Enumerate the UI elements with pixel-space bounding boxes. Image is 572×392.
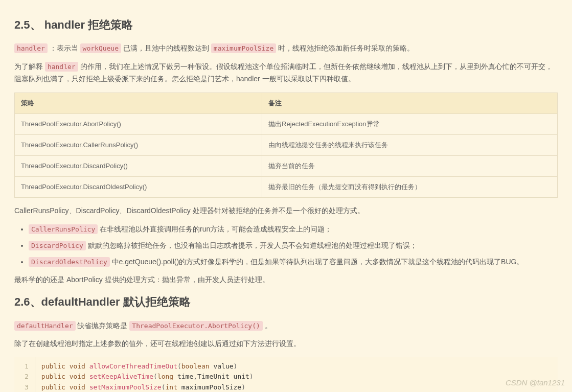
cell: 抛弃当前的任务 — [262, 156, 558, 177]
kw: void — [70, 383, 85, 391]
var: value — [213, 362, 233, 370]
code-discardoldest: DiscardOldestPolicy — [29, 257, 110, 267]
list-item: DiscardPolicy 默默的忽略掉被拒绝任务，也没有输出日志或者提示，开发… — [29, 240, 558, 252]
text: 中e.getQueue().poll()的方式好像是科学的，但是如果等待队列出现… — [110, 258, 524, 266]
code-block: 1 2 3 4 5 6 public void allowCoreThreadT… — [14, 357, 558, 392]
text: 。 — [263, 321, 272, 330]
kw: public — [41, 373, 65, 380]
cell: ThreadPoolExecutor.AbortPolicy() — [15, 113, 262, 134]
code-callerruns: CallerRunsPolicy — [29, 224, 98, 234]
list-item: DiscardOldestPolicy 中e.getQueue().poll()… — [29, 256, 558, 268]
code-line: public void setKeepAliveTime(long time,T… — [41, 372, 333, 382]
var: TimeUnit unit — [197, 373, 249, 380]
var: time — [177, 373, 193, 380]
var: maximumPoolSize — [181, 383, 241, 391]
code-handler: handler — [14, 43, 48, 53]
code-line: public void setMaximumPoolSize(int maxim… — [41, 382, 333, 393]
text: ：表示当 — [48, 44, 80, 52]
text: 时，线程池拒绝添加新任务时采取的策略。 — [276, 44, 414, 52]
setter-note: 除了在创建线程池时指定上述参数的值外，还可在线程池创建以后通过如下方法进行设置。 — [14, 338, 558, 350]
th-policy: 策略 — [15, 93, 262, 113]
table-row: ThreadPoolExecutor.CallerRunsPolicy()由向线… — [15, 134, 558, 155]
abort-note: 最科学的的还是 AbortPolicy 提供的处理方式：抛出异常，由开发人员进行… — [14, 274, 558, 286]
kw: public — [41, 362, 65, 370]
policy-note: CallerRunsPolicy、DiscardPolicy、DiscardOl… — [14, 205, 558, 217]
code-handler: handler — [45, 62, 78, 72]
line-number: 2 — [24, 372, 30, 382]
table-row: ThreadPoolExecutor.DiscardPolicy()抛弃当前的任… — [15, 156, 558, 177]
section-2-5-heading: 2.5、 handler 拒绝策略 — [14, 15, 558, 34]
line-number: 1 — [24, 361, 30, 372]
kw: void — [70, 373, 85, 380]
cell: ThreadPoolExecutor.DiscardPolicy() — [15, 156, 262, 177]
text: 的作用，我们在上述情况下做另一种假设。假设线程池这个单位招满临时工，但新任务依然… — [14, 62, 553, 83]
policy-table: 策略 备注 ThreadPoolExecutor.AbortPolicy()抛出… — [14, 93, 558, 198]
kw: boolean — [181, 362, 210, 370]
kw: void — [70, 362, 85, 370]
text: 在非线程池以外直接调用任务的run方法，可能会造成线程安全上的问题； — [98, 225, 332, 233]
fn: allowCoreThreadTimeOut — [89, 362, 177, 370]
section-2-6-heading: 2.6、defaultHandler 默认拒绝策略 — [14, 292, 558, 311]
line-number: 3 — [24, 382, 30, 393]
text: 默默的忽略掉被拒绝任务，也没有输出日志或者提示，开发人员不会知道线程池的处理过程… — [86, 241, 417, 249]
text: 缺省抛弃策略是 — [76, 321, 130, 330]
code-maxpoolsize: maximumPoolSize — [211, 43, 276, 53]
code-abortpolicy: ThreadPoolExecutor.AbortPolicy() — [129, 321, 262, 331]
code-defaulthandler: defaultHandler — [14, 321, 76, 331]
th-remark: 备注 — [262, 93, 558, 113]
fn: setMaximumPoolSize — [89, 383, 162, 391]
cell: 由向线程池提交任务的线程来执行该任务 — [262, 134, 558, 155]
policy-bullets: CallerRunsPolicy 在非线程池以外直接调用任务的run方法，可能会… — [29, 223, 558, 268]
code-workqueue: workQueue — [80, 43, 121, 53]
kw: int — [165, 383, 177, 391]
kw: long — [157, 373, 173, 380]
default-handler-para: defaultHandler 缺省抛弃策略是 ThreadPoolExecuto… — [14, 320, 558, 332]
code-discard: DiscardPolicy — [29, 241, 86, 250]
text: 为了解释 — [14, 62, 45, 71]
fn: setKeepAliveTime — [89, 373, 153, 380]
code-line: public void allowCoreThreadTimeOut(boole… — [41, 361, 333, 372]
kw: public — [41, 383, 65, 391]
text: 已满，且池中的线程数达到 — [121, 44, 211, 52]
cell: ThreadPoolExecutor.CallerRunsPolicy() — [15, 134, 262, 155]
line-gutter: 1 2 3 4 5 6 — [14, 357, 35, 392]
table-row: ThreadPoolExecutor.DiscardOldestPolicy()… — [15, 177, 558, 198]
list-item: CallerRunsPolicy 在非线程池以外直接调用任务的run方法，可能会… — [29, 223, 558, 236]
cell: 抛弃最旧的任务（最先提交而没有得到执行的任务） — [262, 177, 558, 198]
cell: 抛出RejectedExecutionException异常 — [262, 113, 558, 134]
handler-intro: handler ：表示当 workQueue 已满，且池中的线程数达到 maxi… — [14, 42, 558, 55]
code-lines: public void allowCoreThreadTimeOut(boole… — [35, 357, 339, 392]
table-row: ThreadPoolExecutor.AbortPolicy()抛出Reject… — [15, 113, 558, 134]
cell: ThreadPoolExecutor.DiscardOldestPolicy() — [15, 177, 262, 198]
handler-explain: 为了解释 handler 的作用，我们在上述情况下做另一种假设。假设线程池这个单… — [14, 61, 558, 85]
